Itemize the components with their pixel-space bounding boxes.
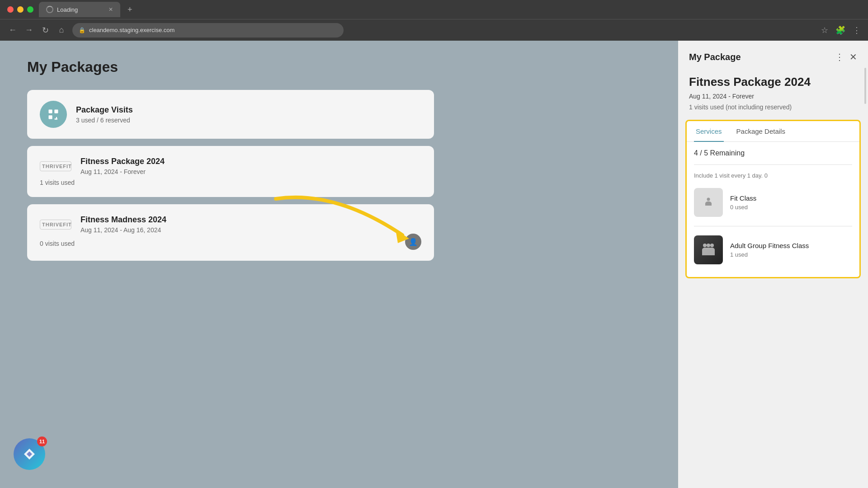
svg-rect-2 (49, 115, 52, 119)
panel-tabs-section: Services Package Details 4 / 5 Remaining… (685, 120, 861, 278)
more-options-icon[interactable]: ⋮ (835, 52, 844, 62)
tab-services[interactable]: Services (694, 121, 724, 141)
side-panel-title: My Package (689, 52, 741, 62)
address-text: cleandemo.staging.exercise.com (89, 27, 175, 33)
svg-rect-1 (54, 110, 58, 113)
package-info-visits: Package Visits 3 used / 6 reserved (76, 105, 421, 124)
scroll-indicator (864, 68, 866, 104)
refresh-button[interactable]: ↻ (40, 25, 51, 35)
service-adult-group-image (694, 235, 723, 264)
traffic-light-minimize[interactable] (17, 6, 24, 13)
package-info-fitness-madness: Fitness Madness 2024 Aug 11, 2024 - Aug … (80, 215, 421, 234)
page-content: My Packages Package Visi (0, 41, 868, 488)
panel-include-text: Include 1 visit every 1 day. 0 (687, 169, 859, 183)
back-button[interactable]: ← (7, 25, 18, 35)
packages-list: Package Visits 3 used / 6 reserved THRIV… (27, 90, 434, 261)
panel-package-date: Aug 11, 2024 - Forever (678, 93, 868, 103)
svg-rect-0 (49, 110, 52, 113)
package-info-fitness-2024: Fitness Package 2024 Aug 11, 2024 - Fore… (80, 157, 421, 175)
brand-logo-thrivefit-2: THRIVEFIT (40, 220, 71, 230)
service-item-fit-class[interactable]: Fit Class 0 used (687, 183, 859, 222)
tab-close-icon[interactable]: ✕ (108, 6, 113, 13)
panel-divider-1 (694, 164, 852, 165)
traffic-lights (7, 6, 33, 13)
package-card-fitness-madness[interactable]: THRIVEFIT Fitness Madness 2024 Aug 11, 2… (27, 204, 434, 261)
package-card-fitness-2024[interactable]: THRIVEFIT Fitness Package 2024 Aug 11, 2… (27, 146, 434, 197)
svg-point-8 (710, 244, 714, 247)
svg-point-9 (707, 244, 710, 247)
home-button[interactable]: ⌂ (56, 25, 67, 35)
package-visits-fitness-madness: 0 visits used (40, 240, 75, 247)
side-panel: My Package ⋮ ✕ Fitness Package 2024 Aug … (678, 41, 868, 488)
service-fit-class-used: 0 used (730, 204, 852, 211)
browser-titlebar: Loading ✕ + (0, 0, 868, 19)
traffic-light-close[interactable] (7, 6, 14, 13)
panel-tabs: Services Package Details (687, 121, 859, 142)
nav-icons-right: ☆ 🧩 ⋮ (821, 25, 861, 35)
package-name-visits: Package Visits (76, 105, 421, 115)
browser-chrome: Loading ✕ + ← → ↻ ⌂ 🔒 cleandemo.staging.… (0, 0, 868, 41)
package-subtitle-visits: 3 used / 6 reserved (76, 117, 421, 124)
service-adult-group-info: Adult Group Fitness Class 1 used (730, 242, 852, 258)
service-fit-class-name: Fit Class (730, 194, 852, 202)
package-visits-fitness-2024: 1 visits used (40, 179, 421, 186)
panel-package-name: Fitness Package 2024 (678, 68, 868, 93)
close-panel-icon[interactable]: ✕ (849, 52, 857, 62)
menu-icon[interactable]: ⋮ (853, 25, 861, 35)
page-title: My Packages (27, 59, 651, 75)
forward-button[interactable]: → (24, 25, 34, 35)
package-date-fitness-madness: Aug 11, 2024 - Aug 16, 2024 (80, 226, 421, 234)
panel-visits-used: 1 visits used (not including reserved) (678, 103, 868, 120)
side-panel-actions: ⋮ ✕ (835, 52, 857, 62)
svg-rect-4 (54, 118, 57, 119)
svg-point-7 (703, 244, 707, 247)
service-adult-group-used: 1 used (730, 251, 852, 258)
service-adult-group-name: Adult Group Fitness Class (730, 242, 852, 249)
new-tab-button[interactable]: + (127, 5, 132, 14)
svg-point-6 (707, 198, 710, 201)
package-name-fitness-2024: Fitness Package 2024 (80, 157, 421, 166)
browser-tab[interactable]: Loading ✕ (39, 2, 120, 17)
package-name-fitness-madness: Fitness Madness 2024 (80, 215, 421, 225)
app-notification-badge: 11 (37, 436, 47, 446)
brand-logo-thrivefit-1: THRIVEFIT (40, 161, 71, 171)
service-fit-class-placeholder (694, 188, 723, 217)
address-bar[interactable]: 🔒 cleandemo.staging.exercise.com (72, 23, 344, 38)
tab-package-details[interactable]: Package Details (735, 121, 787, 141)
lock-icon: 🔒 (79, 27, 85, 33)
bookmark-icon[interactable]: ☆ (821, 25, 828, 35)
service-item-adult-group[interactable]: Adult Group Fitness Class 1 used (687, 230, 859, 270)
extensions-icon[interactable]: 🧩 (835, 25, 845, 35)
tab-title: Loading (57, 6, 78, 13)
browser-navbar: ← → ↻ ⌂ 🔒 cleandemo.staging.exercise.com… (0, 19, 868, 41)
service-fit-class-info: Fit Class 0 used (730, 194, 852, 211)
package-date-fitness-2024: Aug 11, 2024 - Forever (80, 168, 421, 175)
side-panel-header: My Package ⋮ ✕ (678, 41, 868, 68)
main-area: My Packages Package Visi (0, 41, 678, 488)
user-avatar-small[interactable]: 👤 (405, 234, 421, 250)
package-icon-visits (40, 101, 67, 128)
traffic-light-fullscreen[interactable] (27, 6, 33, 13)
panel-remaining: 4 / 5 Remaining (687, 142, 859, 161)
app-icon-overlay[interactable]: 11 (14, 438, 45, 470)
panel-divider-2 (694, 226, 852, 226)
package-card-visits[interactable]: Package Visits 3 used / 6 reserved (27, 90, 434, 139)
tab-loading-icon (46, 6, 53, 13)
